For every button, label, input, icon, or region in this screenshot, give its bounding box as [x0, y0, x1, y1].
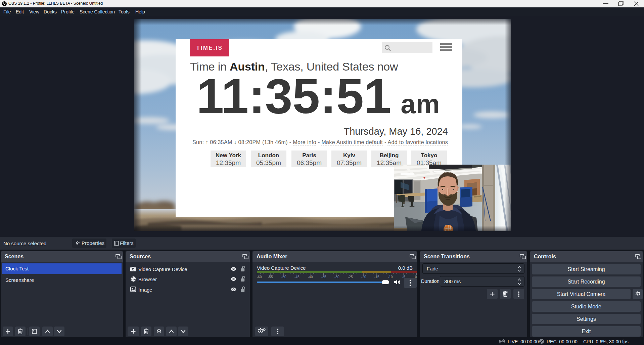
svg-text:-20: -20	[361, 275, 366, 278]
svg-text:-60: -60	[257, 275, 262, 278]
svg-text:-10: -10	[388, 275, 393, 278]
svg-text:-55: -55	[268, 275, 273, 278]
svg-text:-35: -35	[321, 275, 326, 278]
svg-text:-50: -50	[281, 275, 286, 278]
svg-text:-15: -15	[374, 275, 379, 278]
svg-text:-30: -30	[334, 275, 339, 278]
svg-text:-25: -25	[348, 275, 353, 278]
svg-text:-45: -45	[294, 275, 300, 278]
svg-text:-40: -40	[308, 275, 313, 278]
